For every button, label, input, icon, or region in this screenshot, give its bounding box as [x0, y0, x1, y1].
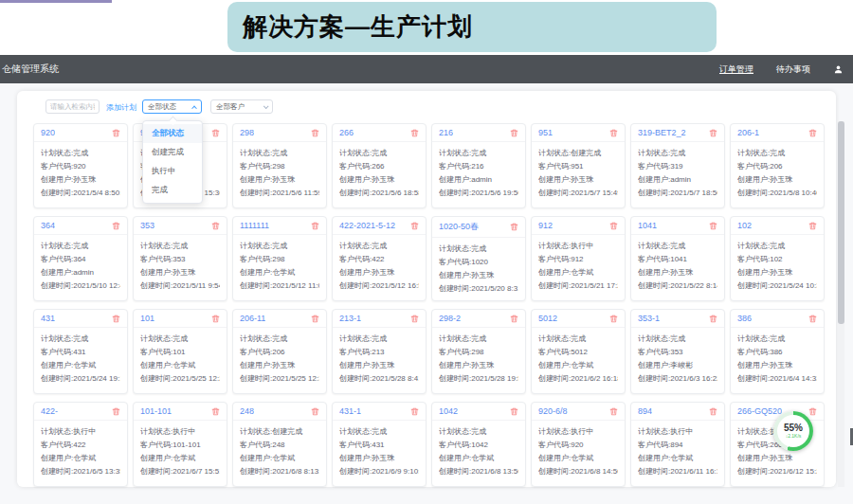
plan-card[interactable]: 248 计划状态:创建完成 客户代码:248 创建用户:仓学斌 创建时间:202… [232, 402, 327, 487]
plan-title-link[interactable]: 213-1 [339, 314, 361, 323]
status-option[interactable]: 完成 [143, 181, 202, 200]
status-option[interactable]: 全部状态 [143, 124, 202, 143]
plan-card[interactable]: 431 计划状态:完成 客户代码:431 创建用户:仓学斌 创建时间:2021/… [33, 309, 128, 394]
plan-card[interactable]: 951 计划状态:创建完成 客户代码:951 创建用户:孙玉珠 创建时间:202… [531, 123, 626, 208]
plan-card[interactable]: 266 计划状态:完成 客户代码:266 创建用户:孙玉珠 创建时间:2021/… [332, 123, 426, 208]
delete-icon[interactable] [311, 129, 319, 137]
nav-order-management[interactable]: 订单管理 [719, 63, 753, 76]
plan-title-link[interactable]: 206-11 [240, 314, 265, 323]
delete-icon[interactable] [211, 129, 220, 137]
plan-card[interactable]: 1111111 计划状态:完成 客户代码:298 创建用户:仓学斌 创建时间:2… [232, 216, 327, 301]
delete-icon[interactable] [510, 407, 518, 416]
plan-title-link[interactable]: 912 [538, 221, 553, 230]
plan-title-link[interactable]: 1020-50春 [439, 221, 479, 233]
delete-icon[interactable] [410, 222, 419, 230]
plan-card[interactable]: 894 计划状态:执行中 客户代码:894 创建用户:仓学斌 创建时间:2021… [630, 402, 725, 487]
plan-title-link[interactable]: 422-2021-5-12 [339, 221, 395, 230]
plan-card[interactable]: 101 计划状态:完成 客户代码:101 创建用户:仓学斌 创建时间:2021/… [133, 309, 227, 394]
plan-card[interactable]: 1041 计划状态:完成 客户代码:1041 创建用户:孙玉珠 创建时间:202… [630, 216, 725, 301]
plan-title-link[interactable]: 1041 [638, 221, 657, 230]
plan-card[interactable]: 319-BET2_2 计划状态:完成 客户代码:319 创建用户:admin 创… [630, 123, 725, 208]
plan-card[interactable]: 101-101 计划状态:执行中 客户代码:101-101 创建用户:仓学斌 创… [133, 402, 227, 487]
plan-card[interactable]: 353 计划状态:完成 客户代码:353 创建用户:孙玉珠 创建时间:2021/… [133, 216, 227, 301]
delete-icon[interactable] [609, 315, 618, 323]
plan-card[interactable]: 206-11 计划状态:完成 客户代码:206 创建用户:孙玉珠 创建时间:20… [232, 309, 327, 394]
delete-icon[interactable] [510, 223, 518, 231]
plan-title-link[interactable]: 5012 [538, 314, 557, 323]
search-input[interactable] [45, 99, 100, 114]
delete-icon[interactable] [211, 222, 220, 230]
plan-card[interactable]: 216 计划状态:完成 客户代码:216 创建用户:admin 创建时间:202… [431, 123, 526, 208]
delete-icon[interactable] [211, 315, 220, 323]
plan-title-link[interactable]: 431 [41, 314, 55, 323]
plan-card[interactable]: 422-2021-5-12 计划状态:完成 客户代码:422 创建用户:孙玉珠 … [332, 216, 426, 301]
delete-icon[interactable] [709, 407, 717, 416]
status-option[interactable]: 执行中 [143, 162, 202, 181]
nav-todo-items[interactable]: 待办事项 [776, 63, 810, 76]
plan-card[interactable]: 920 计划状态:完成 客户代码:920 创建用户:孙玉珠 创建时间:2021/… [33, 123, 128, 208]
plan-card[interactable]: 386 计划状态:完成 客户代码:386 创建用户:孙玉珠 创建时间:2021/… [730, 309, 825, 394]
delete-icon[interactable] [311, 407, 319, 416]
plan-card[interactable]: 422- 计划状态:执行中 客户代码:422 创建用户:仓学斌 创建时间:202… [33, 402, 128, 487]
plan-title-link[interactable]: 431-1 [339, 406, 361, 416]
delete-icon[interactable] [609, 222, 618, 230]
delete-icon[interactable] [112, 407, 120, 416]
delete-icon[interactable] [709, 315, 717, 323]
plan-title-link[interactable]: 248 [240, 406, 254, 416]
plan-title-link[interactable]: 1111111 [240, 221, 269, 230]
plan-title-link[interactable]: 422- [41, 406, 58, 416]
plan-title-link[interactable]: 298 [240, 128, 254, 137]
delete-icon[interactable] [808, 222, 817, 230]
plan-card[interactable]: 298 计划状态:完成 客户代码:298 创建用户:孙玉珠 创建时间:2021/… [232, 123, 327, 208]
plan-title-link[interactable]: 206-1 [737, 128, 759, 137]
delete-icon[interactable] [311, 222, 319, 230]
status-select[interactable]: 全部状态 [142, 99, 202, 114]
plan-title-link[interactable]: 101 [140, 314, 154, 323]
delete-icon[interactable] [410, 129, 419, 137]
plan-title-link[interactable]: 101-101 [140, 406, 172, 416]
scrollbar-thumb[interactable] [838, 121, 844, 324]
delete-icon[interactable] [112, 222, 120, 230]
plan-title-link[interactable]: 353-1 [638, 314, 660, 323]
delete-icon[interactable] [609, 129, 618, 137]
plan-card[interactable]: 266-GQ520 计划状态:执行中 客户代码:266 创建用户:孙玉珠 创建时… [730, 402, 825, 487]
customer-select[interactable]: 全部客户 [210, 99, 273, 114]
plan-title-link[interactable]: 386 [737, 314, 752, 323]
plan-card[interactable]: 5012 计划状态:完成 客户代码:5012 创建用户:仓学斌 创建时间:202… [531, 309, 626, 394]
delete-icon[interactable] [808, 315, 817, 323]
user-icon[interactable] [833, 64, 844, 75]
plan-card[interactable]: 431-1 计划状态:完成 客户代码:431 创建用户:孙玉珠 创建时间:202… [332, 402, 426, 487]
delete-icon[interactable] [112, 315, 120, 323]
add-plan-button[interactable]: 添加计划 [106, 102, 136, 113]
plan-title-link[interactable]: 364 [41, 221, 55, 230]
plan-card[interactable]: 912 计划状态:执行中 客户代码:912 创建用户:仓学斌 创建时间:2021… [531, 216, 626, 301]
plan-title-link[interactable]: 353 [140, 221, 154, 230]
scrollbar-track[interactable] [838, 121, 844, 487]
delete-icon[interactable] [709, 222, 717, 230]
plan-title-link[interactable]: 266 [339, 128, 354, 137]
plan-title-link[interactable]: 102 [737, 221, 752, 230]
plan-title-link[interactable]: 298-2 [439, 314, 461, 323]
plan-card[interactable]: 1042 计划状态:完成 客户代码:1042 创建用户:仓学斌 创建时间:202… [431, 402, 526, 487]
plan-title-link[interactable]: 920 [41, 128, 55, 137]
delete-icon[interactable] [808, 129, 817, 137]
delete-icon[interactable] [510, 315, 518, 323]
plan-title-link[interactable]: 951 [538, 128, 553, 137]
plan-card[interactable]: 364 计划状态:完成 客户代码:364 创建用户:admin 创建时间:202… [33, 216, 128, 301]
plan-card[interactable]: 353-1 计划状态:完成 客户代码:353 创建用户:李峻彬 创建时间:202… [630, 309, 725, 394]
plan-card[interactable]: 1020-50春 计划状态:完成 客户代码:1020 创建用户:孙玉珠 创建时间… [431, 216, 526, 301]
delete-icon[interactable] [410, 315, 419, 323]
plan-card[interactable]: 102 计划状态:完成 客户代码:102 创建用户:孙玉珠 创建时间:2021/… [730, 216, 825, 301]
plan-card[interactable]: 206-1 计划状态:完成 客户代码:206 创建用户:孙玉珠 创建时间:202… [730, 123, 825, 208]
delete-icon[interactable] [311, 315, 319, 323]
plan-title-link[interactable]: 319-BET2_2 [638, 128, 686, 137]
delete-icon[interactable] [709, 129, 717, 137]
plan-title-link[interactable]: 920-6/8 [538, 406, 568, 416]
delete-icon[interactable] [112, 129, 120, 137]
delete-icon[interactable] [510, 129, 518, 137]
plan-title-link[interactable]: 1042 [439, 406, 458, 416]
plan-card[interactable]: 298-2 计划状态:完成 客户代码:298 创建用户:孙玉珠 创建时间:202… [431, 309, 526, 394]
status-option[interactable]: 创建完成 [143, 143, 202, 162]
plan-title-link[interactable]: 894 [638, 406, 652, 416]
delete-icon[interactable] [609, 407, 618, 416]
